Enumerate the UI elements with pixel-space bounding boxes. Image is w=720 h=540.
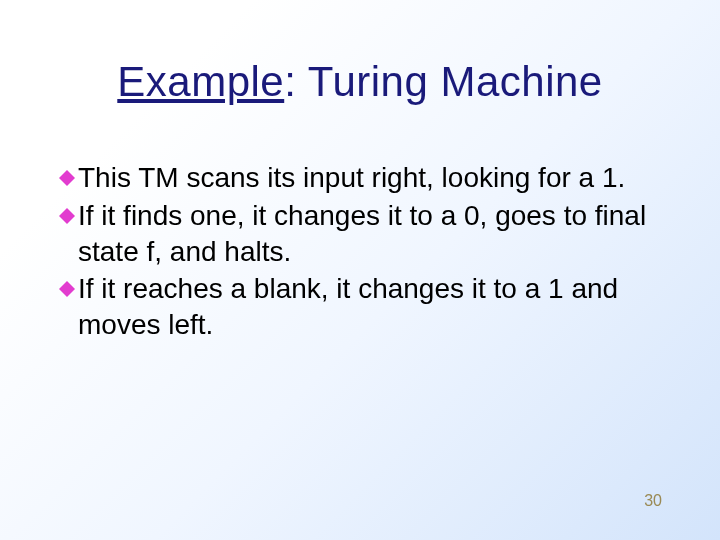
bullet-text: If it finds one, it changes it to a 0, g… [78, 198, 650, 270]
diamond-bullet-icon [58, 207, 76, 225]
diamond-bullet-icon [58, 169, 76, 187]
slide: Example: Turing Machine This TM scans it… [0, 0, 720, 540]
bullet-list: This TM scans its input right, looking f… [58, 160, 650, 345]
bullet-text: This TM scans its input right, looking f… [78, 160, 650, 196]
svg-marker-1 [59, 208, 75, 224]
page-number: 30 [644, 492, 662, 510]
svg-marker-0 [59, 170, 75, 186]
bullet-text: If it reaches a blank, it changes it to … [78, 271, 650, 343]
diamond-bullet-icon [58, 280, 76, 298]
list-item: If it finds one, it changes it to a 0, g… [58, 198, 650, 270]
title-rest: : Turing Machine [284, 58, 603, 105]
title-underlined-word: Example [117, 58, 284, 105]
list-item: If it reaches a blank, it changes it to … [58, 271, 650, 343]
svg-marker-2 [59, 281, 75, 297]
slide-title: Example: Turing Machine [0, 58, 720, 106]
list-item: This TM scans its input right, looking f… [58, 160, 650, 196]
